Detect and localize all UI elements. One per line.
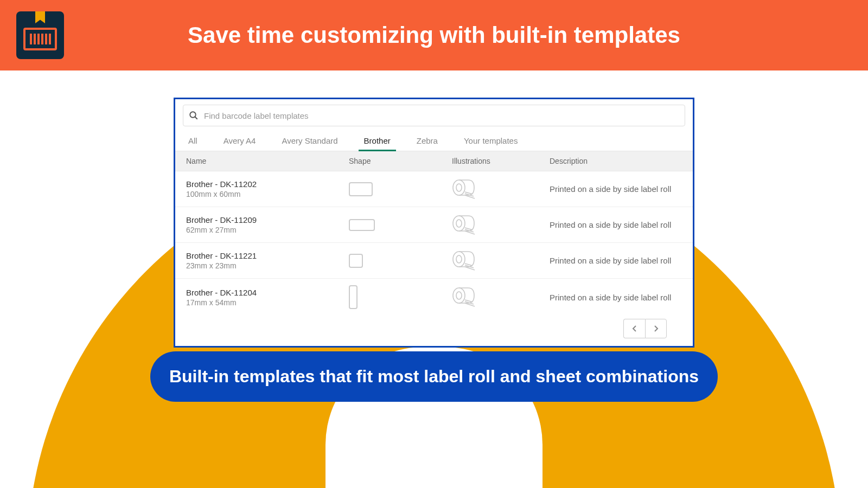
promo-header: Save time customizing with built-in temp… xyxy=(0,0,868,70)
header-title: Save time customizing with built-in temp… xyxy=(16,22,852,48)
tab-bar: All Avery A4 Avery Standard Brother Zebr… xyxy=(175,131,693,151)
col-header-shape: Shape xyxy=(349,157,452,165)
search-input[interactable] xyxy=(204,111,679,120)
template-size: 62mm x 27mm xyxy=(186,226,349,234)
template-size: 23mm x 23mm xyxy=(186,261,349,270)
template-size: 17mm x 54mm xyxy=(186,298,349,307)
shape-preview xyxy=(349,285,358,309)
svg-point-2 xyxy=(453,180,465,195)
pagination xyxy=(175,316,693,338)
svg-point-5 xyxy=(456,220,462,227)
table-header: Name Shape Illustrations Description xyxy=(175,151,693,171)
svg-point-0 xyxy=(190,112,196,118)
tab-brother[interactable]: Brother xyxy=(362,131,393,151)
app-logo xyxy=(16,11,64,59)
tab-all[interactable]: All xyxy=(186,131,200,151)
svg-point-9 xyxy=(456,292,462,299)
chevron-left-icon xyxy=(632,325,637,332)
search-icon xyxy=(189,111,199,120)
next-page-button[interactable] xyxy=(645,319,667,338)
template-name: Brother - DK-11204 xyxy=(186,288,349,297)
table-row[interactable]: Brother - DK-1122123mm x 23mmPrinted on … xyxy=(175,243,693,279)
chevron-right-icon xyxy=(653,325,659,332)
svg-point-8 xyxy=(453,288,465,303)
svg-point-7 xyxy=(456,255,462,263)
template-description: Printed on a side by side label roll xyxy=(550,220,682,229)
label-roll-icon xyxy=(452,215,550,235)
tab-avery-standard[interactable]: Avery Standard xyxy=(279,131,340,151)
shape-preview xyxy=(349,182,373,196)
col-header-illustrations: Illustrations xyxy=(452,157,550,165)
template-description: Printed on a side by side label roll xyxy=(550,256,682,265)
bookmark-icon xyxy=(35,11,45,23)
tab-zebra[interactable]: Zebra xyxy=(414,131,440,151)
svg-point-6 xyxy=(453,252,465,267)
label-roll-icon xyxy=(452,251,550,271)
template-description: Printed on a side by side label roll xyxy=(550,184,682,194)
shape-preview xyxy=(349,219,375,231)
barcode-icon xyxy=(23,28,57,50)
svg-point-3 xyxy=(456,184,462,191)
templates-panel: All Avery A4 Avery Standard Brother Zebr… xyxy=(174,98,694,348)
svg-line-1 xyxy=(195,117,197,119)
svg-point-4 xyxy=(453,216,465,231)
label-roll-icon xyxy=(452,287,550,307)
col-header-description: Description xyxy=(550,157,682,165)
caption-banner: Built-in templates that fit most label r… xyxy=(150,351,718,402)
template-name: Brother - DK-11202 xyxy=(186,179,349,189)
table-row[interactable]: Brother - DK-11202100mm x 60mmPrinted on… xyxy=(175,171,693,207)
tab-your-templates[interactable]: Your templates xyxy=(462,131,520,151)
search-bar[interactable] xyxy=(183,105,685,126)
template-name: Brother - DK-11209 xyxy=(186,215,349,224)
tab-avery-a4[interactable]: Avery A4 xyxy=(221,131,258,151)
table-row[interactable]: Brother - DK-1120417mm x 54mmPrinted on … xyxy=(175,279,693,316)
template-size: 100mm x 60mm xyxy=(186,190,349,198)
shape-preview xyxy=(349,254,363,268)
template-description: Printed on a side by side label roll xyxy=(550,293,682,302)
prev-page-button[interactable] xyxy=(623,319,645,338)
template-name: Brother - DK-11221 xyxy=(186,251,349,260)
label-roll-icon xyxy=(452,179,550,200)
table-row[interactable]: Brother - DK-1120962mm x 27mmPrinted on … xyxy=(175,207,693,243)
col-header-name: Name xyxy=(186,157,349,165)
